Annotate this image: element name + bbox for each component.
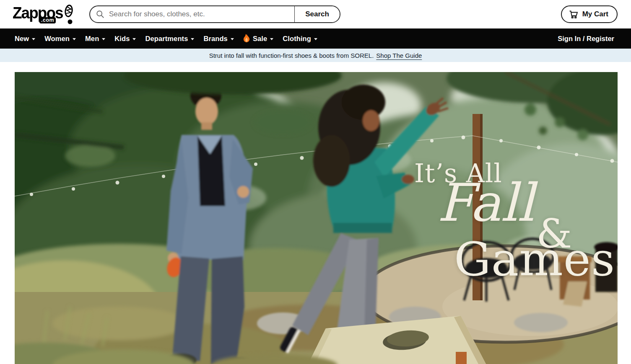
nav-label: Departments xyxy=(145,35,188,43)
chevron-down-icon xyxy=(32,38,35,40)
nav-item-men[interactable]: Men xyxy=(80,35,110,43)
sign-in-register-link[interactable]: Sign In / Register xyxy=(558,35,614,43)
promo-banner: Strut into fall with function-first shoe… xyxy=(0,49,631,62)
nav-item-brands[interactable]: Brands xyxy=(199,35,238,43)
promo-text: Strut into fall with function-first shoe… xyxy=(209,52,374,59)
nav-label: New xyxy=(15,35,29,43)
nav-label: Women xyxy=(44,35,70,43)
hero-photo-illustration xyxy=(15,72,618,364)
search-input[interactable] xyxy=(105,10,294,18)
shopping-cart-icon xyxy=(569,9,579,19)
nav-item-kids[interactable]: Kids xyxy=(110,35,140,43)
my-cart-button[interactable]: My Cart xyxy=(561,5,618,23)
nav-item-departments[interactable]: Departments xyxy=(140,35,199,43)
nav-label: Sale xyxy=(253,35,267,43)
cart-label: My Cart xyxy=(582,10,608,18)
chevron-down-icon xyxy=(191,38,194,40)
chevron-down-icon xyxy=(73,38,76,40)
chevron-down-icon xyxy=(231,38,234,40)
nav-item-sale[interactable]: Sale xyxy=(239,35,278,43)
logo-com-badge: .com xyxy=(39,17,56,23)
nav-label: Brands xyxy=(203,35,227,43)
nav-label: Clothing xyxy=(283,35,311,43)
nav-item-women[interactable]: Women xyxy=(40,35,80,43)
zappos-logo[interactable]: Zappos .com xyxy=(13,3,75,26)
search-input-region xyxy=(90,6,294,22)
hero-banner[interactable]: It’s All Fall & Games xyxy=(15,72,618,364)
search-button[interactable]: Search xyxy=(294,6,340,22)
nav-item-clothing[interactable]: Clothing xyxy=(278,35,322,43)
chevron-down-icon xyxy=(102,38,105,40)
nav-label: Kids xyxy=(114,35,130,43)
shoe-exclamation-icon xyxy=(64,5,74,25)
chevron-down-icon xyxy=(132,38,136,40)
promo-shop-guide-link[interactable]: Shop The Guide xyxy=(376,52,422,59)
site-header: Zappos .com Search My Cart xyxy=(0,0,631,28)
chevron-down-icon xyxy=(314,38,317,40)
search-form: Search xyxy=(89,5,340,23)
nav-item-new[interactable]: New xyxy=(10,35,40,43)
flame-icon xyxy=(243,34,250,43)
main-nav: New Women Men Kids Departments Brands Sa… xyxy=(0,28,631,49)
chevron-down-icon xyxy=(270,38,273,40)
search-icon xyxy=(96,10,105,19)
nav-label: Men xyxy=(85,35,99,43)
